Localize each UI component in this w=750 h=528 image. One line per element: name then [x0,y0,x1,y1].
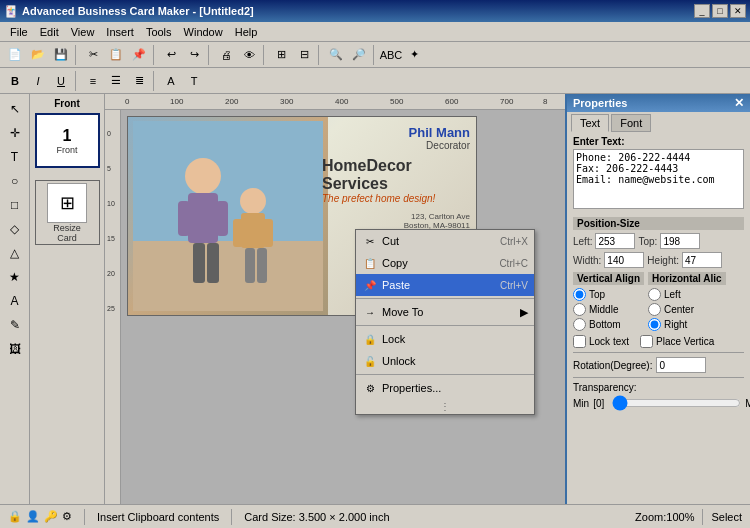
ctx-properties[interactable]: ⚙ Properties... [356,377,534,399]
pen-tool[interactable]: ✎ [4,314,26,336]
svg-point-8 [240,188,266,214]
app-title: Advanced Business Card Maker - [Untitled… [22,5,254,17]
italic-button[interactable]: I [27,70,49,92]
sep3 [208,45,212,65]
canvas-area[interactable]: 0 100 200 300 400 500 600 700 8 0 5 10 1… [105,94,565,504]
ctx-properties-label: Properties... [382,382,441,394]
zoomin-button[interactable]: 🔍 [325,44,347,66]
ctx-paste[interactable]: 📌 Paste Ctrl+V [356,274,534,296]
sep2 [153,45,157,65]
open-button[interactable]: 📂 [27,44,49,66]
panel-card-1[interactable]: 1 Front [35,113,100,168]
sep8 [153,71,157,91]
move-tool[interactable]: ✛ [4,122,26,144]
width-input[interactable] [604,252,644,268]
save-button[interactable]: 💾 [50,44,72,66]
menu-tools[interactable]: Tools [140,24,178,40]
spell-button[interactable]: ABC [380,44,402,66]
star-tool[interactable]: ★ [4,266,26,288]
tab-text[interactable]: Text [571,114,609,132]
ctx-moveto[interactable]: → Move To ▶ [356,301,534,323]
copy-button[interactable]: 📋 [105,44,127,66]
ctx-cut[interactable]: ✂ Cut Ctrl+X [356,230,534,252]
effects-button[interactable]: ✦ [403,44,425,66]
max-label: Ma [745,398,750,409]
lock-status-icon: 🔒 [8,510,22,523]
prop-divider [573,352,744,353]
valign-top[interactable]: Top [573,288,644,301]
ctx-copy[interactable]: 📋 Copy Ctrl+C [356,252,534,274]
triangle-tool[interactable]: △ [4,242,26,264]
print-button[interactable]: 🖨 [215,44,237,66]
underline-button[interactable]: U [50,70,72,92]
rect-tool[interactable]: □ [4,194,26,216]
close-button[interactable]: ✕ [730,4,746,18]
card-number: 1 [63,127,72,145]
bold-button[interactable]: B [4,70,26,92]
status-sep2 [231,509,232,525]
menu-edit[interactable]: Edit [34,24,65,40]
maximize-button[interactable]: □ [712,4,728,18]
cut-button[interactable]: ✂ [82,44,104,66]
ctx-unlock[interactable]: 🔓 Unlock [356,350,534,372]
halign-center[interactable]: Center [648,303,726,316]
top-input[interactable] [660,233,700,249]
left-input[interactable] [595,233,635,249]
lock-text-checkbox[interactable] [573,335,586,348]
select-tool[interactable]: ↖ [4,98,26,120]
vertical-align-section: Vertical Align Top Middle Bottom [573,272,644,331]
properties-close-button[interactable]: ✕ [734,96,744,110]
status-sep1 [84,509,85,525]
place-vertical-checkbox[interactable] [640,335,653,348]
gridopt-button[interactable]: ⊟ [293,44,315,66]
horizontal-align-group: Left Center Right [648,288,726,331]
fontsize-button[interactable]: T [183,70,205,92]
text-tool[interactable]: T [4,146,26,168]
image-tool[interactable]: 🖼 [4,338,26,360]
minimize-button[interactable]: _ [694,4,710,18]
preview-button[interactable]: 👁 [238,44,260,66]
align-left-button[interactable]: ≡ [82,70,104,92]
align-center-button[interactable]: ☰ [105,70,127,92]
vertical-align-group: Top Middle Bottom [573,288,644,331]
prop-divider2 [573,377,744,378]
halign-left[interactable]: Left [648,288,726,301]
paste-button[interactable]: 📌 [128,44,150,66]
panel-resize-card[interactable]: ⊞ ResizeCard [35,180,100,245]
tab-font[interactable]: Font [611,114,651,132]
menu-file[interactable]: File [4,24,34,40]
horizontal-align-title: Horizontal Alic [648,272,726,285]
height-input[interactable] [682,252,722,268]
halign-right[interactable]: Right [648,318,726,331]
card-company: HomeDecor Services [322,157,470,193]
ctx-copy-shortcut: Ctrl+C [499,258,528,269]
menu-insert[interactable]: Insert [100,24,140,40]
line-tool[interactable]: A [4,290,26,312]
text-input[interactable]: Phone: 206-222-4444 Fax: 206-222-4443 Em… [573,149,744,209]
zoomout-button[interactable]: 🔎 [348,44,370,66]
ctx-lock[interactable]: 🔒 Lock [356,328,534,350]
menu-window[interactable]: Window [178,24,229,40]
new-button[interactable]: 📄 [4,44,26,66]
ctx-more[interactable]: ⋮ [356,399,534,414]
rotation-input[interactable] [656,357,706,373]
redo-button[interactable]: ↪ [183,44,205,66]
align-right-button[interactable]: ≣ [128,70,150,92]
circle-tool[interactable]: ○ [4,170,26,192]
diamond-tool[interactable]: ◇ [4,218,26,240]
valign-bottom[interactable]: Bottom [573,318,644,331]
ctx-sep2 [356,325,534,326]
grid-button[interactable]: ⊞ [270,44,292,66]
copy-icon: 📋 [362,255,378,271]
ctx-cut-label: Cut [382,235,399,247]
menu-help[interactable]: Help [229,24,264,40]
resize-icon: ⊞ [47,183,87,223]
transparency-slider-row: Min [0] Ma [573,396,744,410]
menu-view[interactable]: View [65,24,101,40]
valign-middle[interactable]: Middle [573,303,644,316]
transparency-slider[interactable] [612,396,741,410]
user-icon: 👤 [26,510,40,523]
color-button[interactable]: A [160,70,182,92]
left-label: Left: [573,236,592,247]
undo-button[interactable]: ↩ [160,44,182,66]
